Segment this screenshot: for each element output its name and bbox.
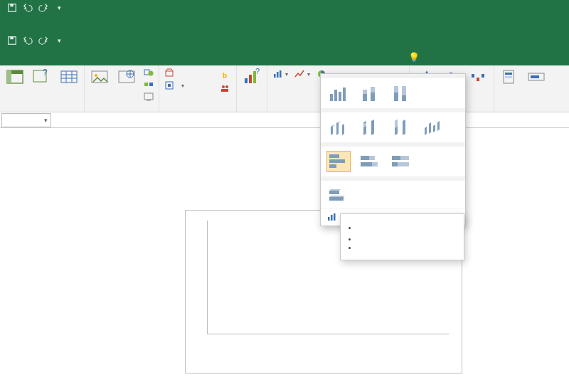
3d-clustered-bar-thumb[interactable] <box>326 185 351 206</box>
slicer-button[interactable] <box>497 67 521 88</box>
save-icon[interactable] <box>7 3 17 13</box>
people-graph-button[interactable] <box>218 83 232 94</box>
svg-rect-54 <box>363 90 367 94</box>
stacked-bar-thumb[interactable] <box>358 151 382 172</box>
tooltip-bullet <box>358 223 457 231</box>
svg-rect-46 <box>505 76 512 78</box>
online-pictures-button[interactable] <box>115 67 139 88</box>
svg-rect-6 <box>7 70 11 83</box>
svg-rect-60 <box>402 86 406 95</box>
ribbon-group-illustrations <box>85 65 159 112</box>
svg-rect-49 <box>330 94 333 101</box>
ribbon: ? <box>0 65 569 112</box>
redo-icon[interactable] <box>38 36 48 46</box>
svg-point-19 <box>149 71 154 76</box>
svg-rect-63 <box>329 164 336 168</box>
lightbulb-icon: 💡 <box>408 52 420 63</box>
svg-point-27 <box>222 85 225 88</box>
my-addins-button[interactable]: ▾ <box>162 80 186 91</box>
recommended-charts-button[interactable]: ? <box>240 67 264 88</box>
svg-rect-58 <box>394 86 398 92</box>
svg-rect-43 <box>482 74 484 78</box>
svg-rect-76 <box>334 213 336 221</box>
svg-rect-34 <box>274 74 276 78</box>
svg-rect-74 <box>328 217 330 221</box>
line-chart-dropdown[interactable]: ▾ <box>292 68 312 80</box>
100pct-stacked-bar-thumb[interactable] <box>389 151 413 172</box>
pictures-button[interactable] <box>87 67 112 88</box>
menu-tabs-top <box>0 16 569 33</box>
ribbon-group-filters <box>494 65 551 112</box>
chart-type-gallery[interactable] <box>320 73 466 226</box>
undo-icon[interactable] <box>23 3 33 13</box>
svg-rect-23 <box>147 100 151 101</box>
svg-point-15 <box>95 74 97 77</box>
clustered-column-thumb[interactable] <box>326 83 351 104</box>
redo-icon[interactable] <box>38 3 48 13</box>
svg-rect-52 <box>343 88 346 101</box>
svg-point-28 <box>225 85 228 88</box>
svg-rect-75 <box>331 215 333 221</box>
3d-100pct-column-thumb[interactable] <box>389 117 413 138</box>
formula-bar-row: ▾ <box>0 112 569 128</box>
svg-rect-65 <box>369 156 375 160</box>
bing-maps-button[interactable]: b <box>218 70 232 81</box>
svg-text:?: ? <box>43 68 48 78</box>
group-label-charts <box>240 110 264 112</box>
svg-rect-35 <box>277 72 279 78</box>
svg-rect-26 <box>168 84 171 87</box>
tell-me-input[interactable] <box>422 50 536 64</box>
qat-customize-icon[interactable]: ▾ <box>54 36 64 46</box>
svg-rect-69 <box>400 156 409 160</box>
clustered-bar-thumb[interactable] <box>326 151 351 172</box>
svg-rect-22 <box>144 93 153 100</box>
ribbon-group-tables: ? <box>0 65 85 112</box>
save-icon[interactable] <box>7 36 17 46</box>
svg-rect-41 <box>472 74 474 78</box>
svg-rect-36 <box>280 70 282 78</box>
recommended-pivottables-button[interactable]: ? <box>30 67 54 88</box>
svg-rect-20 <box>144 83 148 86</box>
group-label-tables <box>3 110 81 112</box>
undo-icon[interactable] <box>23 36 33 46</box>
group-label-addins <box>162 110 233 112</box>
group-label-filters <box>497 110 548 112</box>
shapes-button[interactable] <box>142 67 156 78</box>
qat-customize-icon[interactable]: ▾ <box>54 3 64 13</box>
svg-rect-21 <box>149 83 153 86</box>
qat-bar-main: ▾ <box>0 33 569 48</box>
svg-rect-56 <box>371 87 375 92</box>
name-box[interactable]: ▾ <box>1 113 51 127</box>
table-button[interactable] <box>57 67 81 88</box>
svg-rect-50 <box>334 90 337 101</box>
svg-text:?: ? <box>255 68 260 75</box>
chart-tooltip <box>340 213 464 260</box>
3d-stacked-column-thumb[interactable] <box>358 117 382 138</box>
svg-rect-62 <box>329 159 345 163</box>
timeline-button[interactable] <box>524 67 548 88</box>
tooltip-bullet <box>358 243 457 251</box>
sparkline-winloss-button[interactable] <box>467 67 491 88</box>
svg-rect-51 <box>339 92 341 101</box>
tooltip-bullet <box>358 234 457 243</box>
svg-rect-45 <box>505 73 512 75</box>
smartart-button[interactable] <box>142 79 156 90</box>
name-box-dropdown-icon[interactable]: ▾ <box>44 117 48 124</box>
100pct-stacked-column-thumb[interactable] <box>389 83 413 104</box>
pivottable-button[interactable] <box>3 67 27 88</box>
svg-rect-61 <box>329 154 339 158</box>
store-button[interactable] <box>162 67 179 78</box>
svg-rect-30 <box>245 78 248 83</box>
svg-rect-29 <box>221 89 228 92</box>
screenshot-button[interactable] <box>142 91 156 102</box>
column-chart-dropdown[interactable]: ▾ <box>270 68 290 80</box>
3d-clustered-column-thumb[interactable] <box>326 117 351 138</box>
svg-rect-72 <box>329 191 339 194</box>
3d-column-thumb[interactable] <box>420 117 445 138</box>
tell-me-search[interactable]: 💡 <box>408 50 536 64</box>
qat-bar-top: ▾ <box>0 0 569 16</box>
stacked-column-thumb[interactable] <box>358 83 382 104</box>
ribbon-group-charts: ? <box>237 65 267 112</box>
svg-rect-31 <box>249 75 252 83</box>
svg-rect-24 <box>166 71 173 76</box>
